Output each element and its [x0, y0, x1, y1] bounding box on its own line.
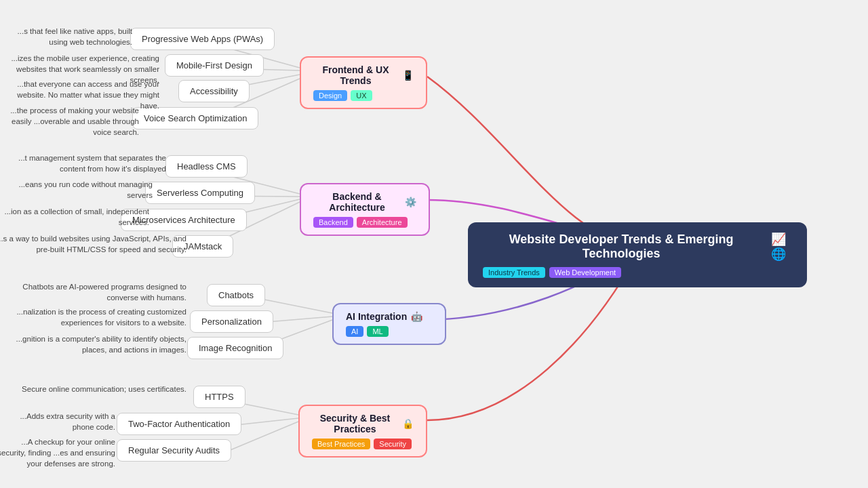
desc-https: Secure online communication; uses certif…: [0, 384, 186, 394]
desc-micro: ...ion as a collection of small, indepen…: [0, 206, 149, 228]
tag-design: Design: [313, 90, 347, 101]
leaf-chatbots[interactable]: Chatbots: [207, 284, 265, 306]
frontend-title: Frontend & UX Trends: [313, 64, 398, 86]
tag-ml: ML: [367, 326, 388, 337]
ai-title: AI Integration: [346, 311, 407, 322]
desc-audits: ...A checkup for your online security, f…: [0, 436, 115, 469]
tag-industry: Industry Trends: [483, 267, 545, 278]
leaf-2fa[interactable]: Two-Factor Authentication: [117, 413, 241, 435]
security-category-node[interactable]: Security & Best Practices 🔒 Best Practic…: [298, 405, 427, 458]
desc-2fa: ...Adds extra security with a phone code…: [0, 411, 115, 432]
security-icon: 🔒: [402, 418, 414, 429]
leaf-security-audits[interactable]: Regular Security Audits: [117, 439, 231, 462]
tag-security-tag: Security: [374, 439, 412, 449]
desc-personalization: ...nalization is the process of creating…: [0, 306, 186, 328]
tag-backend: Backend: [313, 217, 353, 228]
desc-headless: ...t management system that separates th…: [0, 152, 166, 174]
ai-category-node[interactable]: AI Integration 🤖 AI ML: [332, 303, 446, 345]
leaf-accessibility[interactable]: Accessibility: [178, 80, 250, 102]
leaf-image-recognition[interactable]: Image Recognition: [187, 337, 283, 359]
leaf-serverless[interactable]: Serverless Computing: [145, 182, 255, 204]
leaf-personalization[interactable]: Personalization: [190, 310, 273, 333]
backend-title: Backend & Architecture: [313, 191, 401, 213]
tag-ai: AI: [346, 326, 363, 337]
center-title: Website Developer Trends & Emerging Tech…: [483, 232, 760, 261]
desc-pwas: ...s that feel like native apps, built u…: [0, 26, 132, 47]
leaf-https[interactable]: HTTPS: [193, 386, 245, 408]
leaf-mobile-first[interactable]: Mobile-First Design: [165, 54, 264, 77]
desc-voice: ...the process of making your website ea…: [0, 105, 139, 138]
frontend-category-node[interactable]: Frontend & UX Trends 📱 Design UX: [300, 56, 427, 109]
desc-image-rec: ...gnition is a computer's ability to id…: [0, 333, 186, 355]
frontend-icon: 📱: [402, 70, 414, 81]
tag-architecture: Architecture: [357, 217, 408, 228]
ai-icon: 🤖: [411, 311, 422, 322]
backend-category-node[interactable]: Backend & Architecture ⚙️ Backend Archit…: [300, 183, 430, 236]
center-node[interactable]: Website Developer Trends & Emerging Tech…: [468, 222, 807, 287]
leaf-headless-cms[interactable]: Headless CMS: [165, 155, 248, 178]
backend-icon: ⚙️: [405, 197, 416, 207]
desc-serverless: ...eans you run code without managing se…: [0, 179, 153, 201]
desc-jam: ...s a way to build websites using JavaS…: [0, 233, 186, 255]
security-title: Security & Best Practices: [312, 413, 398, 434]
tag-webdev: Web Development: [549, 267, 621, 278]
tag-ux: UX: [351, 90, 372, 101]
desc-chatbots: Chatbots are AI-powered programs designe…: [0, 281, 186, 303]
leaf-pwas[interactable]: Progressive Web Apps (PWAs): [130, 28, 275, 50]
tag-best-practices: Best Practices: [312, 439, 370, 449]
center-icons: 📈🌐: [765, 232, 792, 262]
